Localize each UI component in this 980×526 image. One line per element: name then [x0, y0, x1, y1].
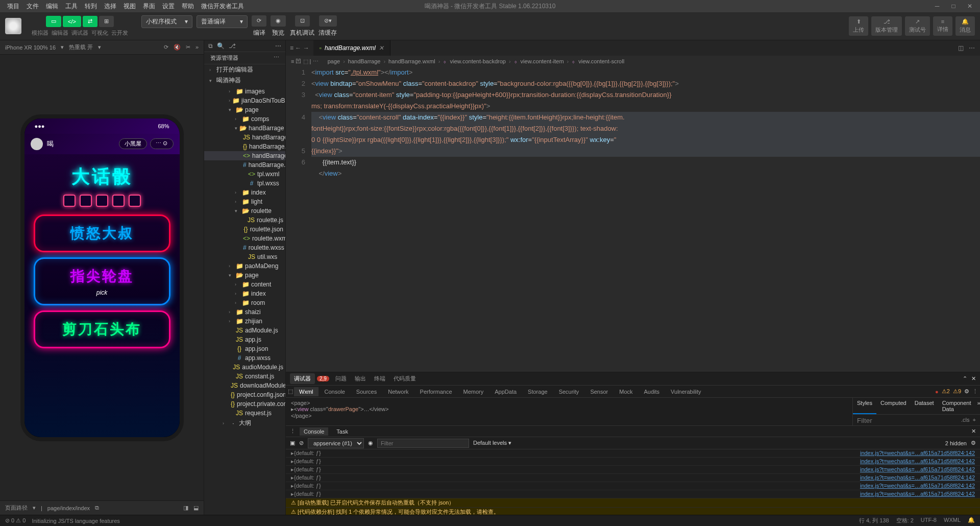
cursor-pos[interactable]: 行 4, 列 138 [859, 517, 889, 524]
tree-item[interactable]: JSconstant.js [204, 372, 285, 381]
devtools-subtab[interactable]: Mock [614, 387, 638, 396]
game-card[interactable]: 指尖轮盘pick [34, 257, 170, 305]
source-link[interactable]: index.js?t=wechat&s=…af615a71d58f824:142 [860, 458, 975, 465]
minimize-icon[interactable]: ─ [931, 3, 943, 10]
devtools-subtab[interactable]: Sources [351, 387, 382, 396]
menu-item[interactable]: 文件 [23, 1, 42, 12]
tree-item[interactable]: <>tpl.wxml [204, 170, 285, 179]
source-link[interactable]: index.js?t=wechat&s=…af615a71d58f824:142 [860, 491, 975, 497]
tree-item[interactable]: ›📁light [204, 197, 285, 206]
tree-item[interactable]: ›📁images [204, 87, 285, 96]
tree-item[interactable]: ▾📂roulette [204, 206, 285, 216]
editor-button[interactable]: </> [63, 16, 81, 27]
menu-item[interactable]: 帮助 [179, 1, 197, 12]
panel-icon[interactable]: ◨ [183, 505, 188, 511]
tree-item[interactable]: JSutil.wxs [204, 252, 285, 261]
tree-item[interactable]: ›·大纲 [204, 418, 285, 428]
code-editor[interactable]: 123456 <import src="./tpl.wxml"></import… [286, 67, 980, 372]
user-avatar[interactable] [5, 18, 21, 34]
source-link[interactable]: index.js?t=wechat&s=…af615a71d58f824:142 [860, 450, 975, 457]
tree-item[interactable]: {}project.private.config.js... [204, 399, 285, 409]
tree-item[interactable]: ›📁index [204, 188, 285, 197]
source-link[interactable]: index.js?t=wechat&s=…af615a71d58f824:142 [860, 483, 975, 489]
phone-preview[interactable]: ●●●68% 喝 小黑屋⋯ ⊙ 大话骰 愤怒大叔指尖轮盘pick剪刀石头布 [20, 114, 184, 441]
tree-item[interactable]: #app.wxss [204, 353, 285, 363]
style-tab[interactable]: Dataset [911, 398, 938, 414]
tree-item[interactable]: <>roulette.wxml [204, 234, 285, 243]
menu-item[interactable]: 界面 [140, 1, 158, 12]
search-icon[interactable]: 🔍 [217, 42, 225, 50]
console-menu-icon[interactable]: ⋮ [290, 428, 296, 435]
inspect-icon[interactable]: ⬚ [288, 388, 293, 395]
debugger-tab[interactable]: 调试器 [290, 373, 315, 384]
collapse-icon[interactable]: ⌃ [963, 375, 967, 382]
preview-button[interactable]: ◉ [271, 15, 286, 27]
tree-item[interactable]: ›📁zhijian [204, 317, 285, 326]
source-link[interactable]: index.js?t=wechat&s=…af615a71d58f824:142 [860, 474, 975, 481]
compile-select[interactable]: 普通编译▾ [197, 15, 248, 28]
detail-button[interactable]: ≡详情 [933, 16, 952, 36]
tree-item[interactable]: ›📁paoMaDeng [204, 261, 285, 271]
devtools-subtab[interactable]: Wxml [294, 387, 318, 396]
indent-info[interactable]: 空格: 2 [896, 517, 914, 524]
tree-item[interactable]: JShandBarrage.js [204, 133, 285, 142]
copy-icon[interactable]: ⧉ [95, 505, 99, 511]
style-tab[interactable]: Computed [876, 398, 911, 414]
menu-item[interactable]: 选择 [101, 1, 119, 12]
tree-item[interactable]: JSaudioModule.js [204, 363, 285, 372]
gear-icon[interactable]: ⚙ [964, 388, 969, 395]
refresh-icon[interactable]: ⟳ [164, 44, 168, 51]
close-tab-icon[interactable]: ✕ [379, 44, 384, 52]
style-tab[interactable]: Component Data [938, 398, 975, 414]
devtools-subtab[interactable]: Storage [523, 387, 553, 396]
devtools-tab[interactable]: 输出 [351, 374, 370, 383]
hidden-count[interactable]: 2 hidden [945, 440, 967, 446]
eye-icon[interactable]: ◉ [368, 440, 373, 446]
wxml-tree[interactable]: <page>▸<view class="drawerPage">…</view>… [286, 398, 852, 425]
hotreload-toggle[interactable]: 热重载 开 [69, 43, 93, 51]
console-tab[interactable]: Console [300, 427, 328, 436]
game-card[interactable]: 愤怒大叔 [34, 214, 170, 252]
branch-icon[interactable]: ⎇ [229, 42, 236, 50]
tree-item[interactable]: ›📁comps [204, 114, 285, 124]
tree-item[interactable]: ›📁index [204, 289, 285, 298]
task-tab[interactable]: Task [332, 427, 352, 436]
style-filter-input[interactable] [857, 417, 958, 424]
tree-item[interactable]: #roulette.wxss [204, 243, 285, 252]
breadcrumb[interactable]: ≡ 凹 ⬚ | ⋯ page›handBarrage›handBarrage.w… [286, 56, 980, 67]
clear-button[interactable]: ⊘▾ [319, 15, 337, 27]
menu-item[interactable]: 项目 [4, 1, 22, 12]
device-select[interactable]: iPhone XR 100% 16 [5, 44, 56, 51]
tree-item[interactable]: {}roulette.json [204, 225, 285, 234]
devtools-subtab[interactable]: Console [320, 387, 350, 396]
files-icon[interactable]: ⧉ [208, 42, 213, 50]
tree-item[interactable]: #tpl.wxss [204, 179, 285, 188]
tree-item[interactable]: JSroulette.js [204, 216, 285, 225]
menu-item[interactable]: 设置 [159, 1, 178, 12]
visual-button[interactable]: ⊞ [99, 16, 114, 27]
tree-item[interactable]: ›📁room [204, 298, 285, 307]
menu-item[interactable]: 视图 [120, 1, 139, 12]
tree-item[interactable]: ▾📂page [204, 105, 285, 114]
tree-item[interactable]: ›📁jianDaoShiTouBu [204, 96, 285, 105]
devtools-subtab[interactable]: Vulnerability [666, 387, 706, 396]
tab-more-icon[interactable]: ⋯ [969, 44, 975, 52]
style-tab[interactable]: Styles [853, 398, 876, 414]
remote-button[interactable]: ⊡ [295, 15, 310, 27]
file-tab[interactable]: ▫handBarrage.wxml✕ [313, 40, 390, 56]
console-filter-input[interactable] [377, 439, 469, 448]
devtools-tab[interactable]: 问题 [331, 374, 351, 383]
close-icon[interactable]: ✕ [964, 3, 976, 10]
game-card[interactable]: 剪刀石头布 [34, 310, 170, 348]
bell-icon[interactable]: 🔔 [968, 517, 975, 524]
test-button[interactable]: ↗测试号 [905, 16, 930, 36]
devtools-subtab[interactable]: AppData [489, 387, 522, 396]
devtools-subtab[interactable]: Performance [415, 387, 457, 396]
menu-item[interactable]: 微信开发者工具 [198, 1, 247, 12]
split-icon[interactable]: ◫ [958, 44, 964, 52]
project-section[interactable]: ▾喝酒神器 [204, 75, 285, 86]
language-mode[interactable]: WXML [944, 517, 961, 524]
msg-button[interactable]: 🔔消息 [955, 16, 975, 36]
devtools-subtab[interactable]: Sensor [585, 387, 613, 396]
upload-button[interactable]: ⬆上传 [849, 16, 868, 36]
